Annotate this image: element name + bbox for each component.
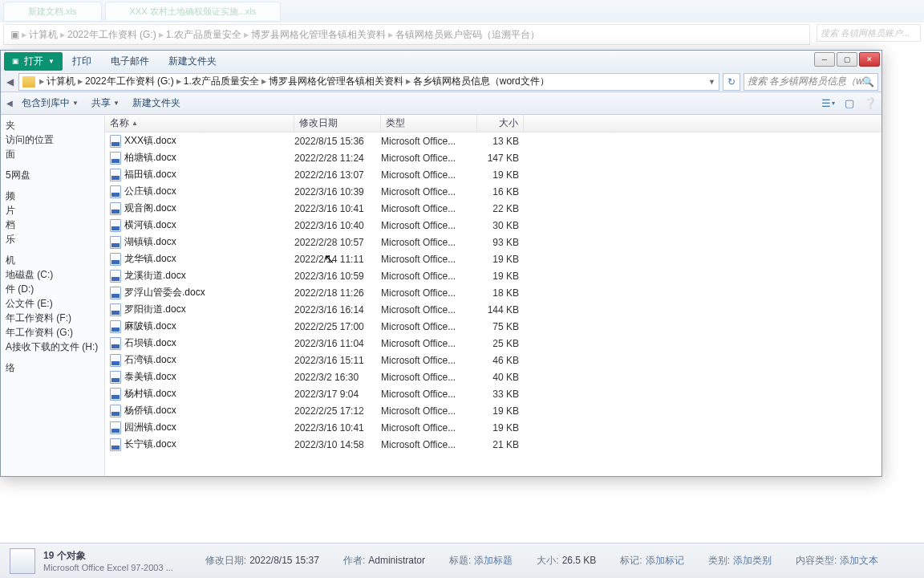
email-menu[interactable]: 电子邮件	[101, 55, 159, 68]
minimize-button[interactable]: ─	[814, 52, 835, 67]
column-headers: 名称▲ 修改日期 类型 大小	[105, 115, 881, 132]
file-size: 25 KB	[477, 338, 524, 349]
address-bar[interactable]: ▶ 计算机▶ 2022年工作资料 (G:)▶ 1.农产品质量安全▶ 博罗县网格化…	[18, 73, 719, 91]
col-size[interactable]: 大小	[477, 115, 524, 132]
sidebar-item[interactable]: 公文件 (E:)	[1, 296, 104, 311]
col-name[interactable]: 名称▲	[105, 115, 294, 132]
docx-icon	[105, 371, 121, 384]
breadcrumb-item[interactable]: 计算机	[45, 75, 77, 88]
nav-back-icon[interactable]: ◀	[4, 74, 15, 90]
file-row[interactable]: 福田镇.docx 2022/2/16 13:07 Microsoft Offic…	[105, 166, 881, 183]
newfolder-menu[interactable]: 新建文件夹	[159, 55, 226, 68]
sidebar-item[interactable]: 乐	[1, 232, 104, 246]
col-type[interactable]: 类型	[381, 115, 477, 132]
sidebar-item[interactable]: 频	[1, 189, 104, 203]
sidebar-item[interactable]: 年工作资料 (F:)	[1, 311, 104, 325]
sidebar-item[interactable]: 面	[1, 147, 104, 161]
file-type: Microsoft Office...	[381, 186, 477, 197]
file-name: 长宁镇.docx	[121, 438, 294, 451]
bg-tabbar: 新建文档.xls XXX 农村土地确权颁证实施...xls	[0, 0, 924, 22]
open-label: 打开	[24, 55, 43, 68]
file-row[interactable]: 罗浮山管委会.docx 2022/2/18 11:26 Microsoft Of…	[105, 284, 881, 301]
file-date: 2022/2/28 10:57	[294, 237, 381, 248]
sidebar-item[interactable]: 5网盘	[1, 168, 104, 182]
sidebar-item[interactable]: 络	[1, 360, 104, 375]
file-name: 横河镇.docx	[121, 218, 294, 232]
organize-icon[interactable]: ◀	[4, 96, 15, 112]
search-input[interactable]: 搜索 各乡镇网格员信息（w... 🔍	[744, 73, 878, 91]
file-date: 2022/3/16 11:04	[294, 338, 381, 349]
file-row[interactable]: 观音阁.docx 2022/3/16 10:41 Microsoft Offic…	[105, 200, 881, 217]
sidebar-item[interactable]: 件 (D:)	[1, 282, 104, 296]
refresh-button[interactable]: ↻	[723, 73, 740, 91]
sidebar-item[interactable]: 访问的位置	[1, 132, 104, 147]
docx-icon	[105, 270, 121, 283]
help-icon[interactable]: ❔	[862, 96, 878, 111]
sidebar-item[interactable]: 机	[1, 253, 104, 267]
file-row[interactable]: 龙溪街道.docx 2022/3/16 10:59 Microsoft Offi…	[105, 267, 881, 284]
file-size: 16 KB	[477, 186, 524, 197]
docx-icon	[105, 135, 121, 148]
file-row[interactable]: 湖镇镇.docx 2022/2/28 10:57 Microsoft Offic…	[105, 234, 881, 250]
close-button[interactable]: ✕	[859, 52, 880, 67]
file-row[interactable]: 杨侨镇.docx 2022/2/25 17:12 Microsoft Offic…	[105, 402, 881, 419]
sidebar-item[interactable]: 片	[1, 203, 104, 218]
col-date[interactable]: 修改日期	[294, 115, 381, 132]
file-row[interactable]: 园洲镇.docx 2022/3/16 10:41 Microsoft Offic…	[105, 419, 881, 436]
bg-address-bar: ▣ ▶ 计算机▶ 2022年工作资料 (G:)▶ 1.农产品质量安全▶ 博罗县网…	[3, 24, 810, 45]
file-row[interactable]: 石湾镇.docx 2022/3/16 15:11 Microsoft Offic…	[105, 352, 881, 368]
library-button[interactable]: 包含到库中▼	[15, 96, 85, 110]
docx-icon	[105, 202, 121, 215]
file-size: 147 KB	[477, 153, 524, 164]
file-type: Microsoft Office...	[381, 271, 477, 282]
view-button[interactable]: ☰ ▼	[821, 96, 837, 111]
file-name: 公庄镇.docx	[121, 185, 294, 198]
file-row[interactable]: 横河镇.docx 2022/3/16 10:40 Microsoft Offic…	[105, 217, 881, 234]
sidebar-item[interactable]: 地磁盘 (C:)	[1, 267, 104, 282]
chevron-down-icon[interactable]: ▼	[708, 78, 715, 86]
file-row[interactable]: 公庄镇.docx 2022/3/16 10:39 Microsoft Offic…	[105, 183, 881, 200]
docx-icon	[105, 354, 121, 367]
maximize-button[interactable]: ▢	[837, 52, 857, 67]
file-row[interactable]: 石坝镇.docx 2022/3/16 11:04 Microsoft Offic…	[105, 335, 881, 352]
file-row[interactable]: 龙华镇.docx 2022/2/14 11:11 Microsoft Offic…	[105, 250, 881, 267]
newfolder-button[interactable]: 新建文件夹	[126, 96, 187, 110]
file-size: 19 KB	[477, 254, 524, 265]
preview-button[interactable]: ▢	[841, 96, 857, 111]
sidebar-item[interactable]: 夹	[1, 118, 104, 132]
docx-icon	[105, 405, 121, 417]
sidebar-item[interactable]: 档	[1, 218, 104, 232]
file-date: 2022/2/14 11:11	[294, 254, 381, 265]
file-row[interactable]: 泰美镇.docx 2022/3/2 16:30 Microsoft Office…	[105, 368, 881, 385]
file-date: 2022/3/16 16:14	[294, 304, 381, 315]
docx-icon	[105, 169, 121, 181]
file-row[interactable]: 长宁镇.docx 2022/3/10 14:58 Microsoft Offic…	[105, 436, 881, 453]
file-type: Microsoft Office...	[381, 389, 477, 400]
file-row[interactable]: 罗阳街道.docx 2022/3/16 16:14 Microsoft Offi…	[105, 301, 881, 318]
sidebar-item[interactable]: A接收下载的文件 (H:)	[1, 340, 104, 354]
file-size: 33 KB	[477, 389, 524, 400]
file-name: 龙溪街道.docx	[121, 269, 294, 283]
print-menu[interactable]: 打印	[63, 55, 101, 68]
file-row[interactable]: XXX镇.docx 2022/8/15 15:36 Microsoft Offi…	[105, 132, 881, 149]
docx-icon	[105, 236, 121, 249]
file-list-panel: 名称▲ 修改日期 类型 大小 XXX镇.docx 2022/8/15 15:36…	[105, 115, 881, 476]
open-button[interactable]: ▣ 打开 ▼	[4, 52, 63, 71]
file-date: 2022/3/16 15:11	[294, 355, 381, 366]
breadcrumb-item[interactable]: 1.农产品质量安全	[182, 75, 261, 88]
breadcrumb-item[interactable]: 各乡镇网格员信息（word文件）	[411, 75, 551, 88]
file-row[interactable]: 柏塘镇.docx 2022/2/28 11:24 Microsoft Offic…	[105, 149, 881, 166]
file-row[interactable]: 麻陂镇.docx 2022/2/25 17:00 Microsoft Offic…	[105, 318, 881, 335]
file-name: 杨侨镇.docx	[121, 404, 294, 417]
file-date: 2022/3/16 10:41	[294, 203, 381, 214]
breadcrumb-item[interactable]: 2022年工作资料 (G:)	[83, 75, 176, 88]
explorer-window: ▣ 打开 ▼ 打印 电子邮件 新建文件夹 ─ ▢ ✕ ◀ ▶ 计算机▶ 2022…	[0, 50, 882, 477]
file-name: 园洲镇.docx	[121, 421, 294, 434]
breadcrumb-item[interactable]: 博罗县网格化管理各镇相关资料	[267, 75, 405, 88]
file-row[interactable]: 杨村镇.docx 2022/3/17 9:04 Microsoft Office…	[105, 385, 881, 402]
share-button[interactable]: 共享▼	[85, 96, 126, 110]
bg-search: 搜索 各镇网格员账户...	[817, 24, 921, 42]
sidebar-item[interactable]: 年工作资料 (G:)	[1, 325, 104, 340]
file-name: 福田镇.docx	[121, 168, 294, 181]
file-type: Microsoft Office...	[381, 304, 477, 315]
